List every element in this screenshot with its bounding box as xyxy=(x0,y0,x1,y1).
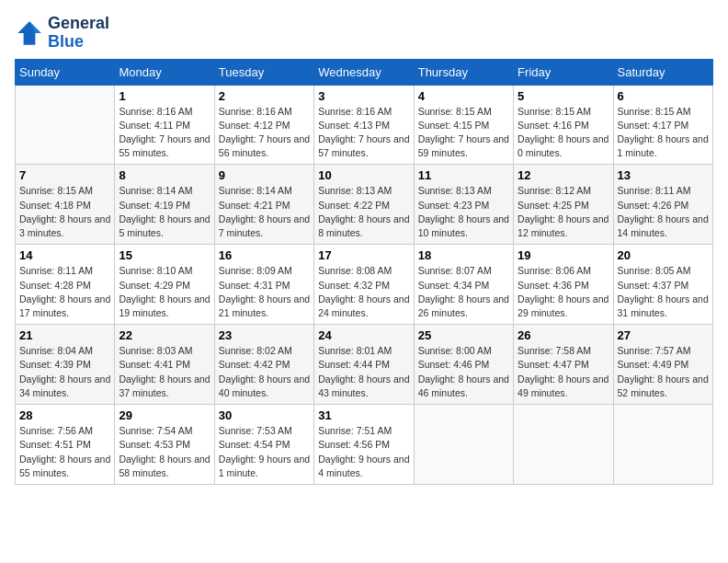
day-info: Sunrise: 8:01 AMSunset: 4:44 PMDaylight:… xyxy=(318,344,409,400)
day-info: Sunrise: 8:15 AMSunset: 4:17 PMDaylight:… xyxy=(618,105,709,161)
calendar-cell: 5 Sunrise: 8:15 AMSunset: 4:16 PMDayligh… xyxy=(514,85,613,165)
day-info: Sunrise: 8:05 AMSunset: 4:37 PMDaylight:… xyxy=(618,264,709,320)
col-header-thursday: Thursday xyxy=(414,59,513,85)
day-info: Sunrise: 8:02 AMSunset: 4:42 PMDaylight:… xyxy=(219,344,310,400)
col-header-sunday: Sunday xyxy=(16,59,115,85)
day-number: 15 xyxy=(119,248,210,262)
calendar-cell: 7 Sunrise: 8:15 AMSunset: 4:18 PMDayligh… xyxy=(16,165,115,245)
calendar-cell: 21 Sunrise: 8:04 AMSunset: 4:39 PMDaylig… xyxy=(16,325,115,405)
calendar-cell: 10 Sunrise: 8:13 AMSunset: 4:22 PMDaylig… xyxy=(314,165,414,245)
calendar-cell: 15 Sunrise: 8:10 AMSunset: 4:29 PMDaylig… xyxy=(115,245,214,325)
calendar-cell: 3 Sunrise: 8:16 AMSunset: 4:13 PMDayligh… xyxy=(314,85,414,165)
calendar-cell: 14 Sunrise: 8:11 AMSunset: 4:28 PMDaylig… xyxy=(16,245,115,325)
calendar-cell xyxy=(613,405,712,485)
day-number: 27 xyxy=(618,328,709,342)
day-number: 28 xyxy=(19,408,110,422)
col-header-wednesday: Wednesday xyxy=(314,59,414,85)
day-number: 25 xyxy=(418,328,509,342)
calendar-cell: 13 Sunrise: 8:11 AMSunset: 4:26 PMDaylig… xyxy=(613,165,712,245)
logo-general: General xyxy=(48,15,109,33)
col-header-friday: Friday xyxy=(514,59,613,85)
day-number: 5 xyxy=(518,89,609,103)
day-number: 4 xyxy=(418,89,509,103)
logo-text: General Blue xyxy=(48,15,109,52)
day-number: 24 xyxy=(318,328,409,342)
day-number: 31 xyxy=(318,408,409,422)
day-number: 16 xyxy=(219,248,310,262)
calendar-cell: 12 Sunrise: 8:12 AMSunset: 4:25 PMDaylig… xyxy=(514,165,613,245)
day-number: 13 xyxy=(618,168,709,182)
day-info: Sunrise: 7:54 AMSunset: 4:53 PMDaylight:… xyxy=(119,424,210,480)
day-number: 3 xyxy=(318,89,409,103)
day-info: Sunrise: 8:16 AMSunset: 4:13 PMDaylight:… xyxy=(318,105,409,161)
day-info: Sunrise: 8:06 AMSunset: 4:36 PMDaylight:… xyxy=(518,264,609,320)
day-number: 22 xyxy=(119,328,210,342)
day-number: 21 xyxy=(19,328,110,342)
calendar-cell: 29 Sunrise: 7:54 AMSunset: 4:53 PMDaylig… xyxy=(115,405,214,485)
day-info: Sunrise: 8:11 AMSunset: 4:26 PMDaylight:… xyxy=(618,184,709,240)
calendar-cell: 26 Sunrise: 7:58 AMSunset: 4:47 PMDaylig… xyxy=(514,325,613,405)
day-info: Sunrise: 8:07 AMSunset: 4:34 PMDaylight:… xyxy=(418,264,509,320)
day-number: 6 xyxy=(618,89,709,103)
day-info: Sunrise: 8:10 AMSunset: 4:29 PMDaylight:… xyxy=(119,264,210,320)
day-info: Sunrise: 7:51 AMSunset: 4:56 PMDaylight:… xyxy=(318,424,409,480)
col-header-tuesday: Tuesday xyxy=(214,59,313,85)
day-info: Sunrise: 8:15 AMSunset: 4:16 PMDaylight:… xyxy=(518,105,609,161)
day-info: Sunrise: 8:14 AMSunset: 4:19 PMDaylight:… xyxy=(119,184,210,240)
calendar-cell xyxy=(16,85,115,165)
day-info: Sunrise: 8:13 AMSunset: 4:23 PMDaylight:… xyxy=(418,184,509,240)
day-number: 17 xyxy=(318,248,409,262)
day-info: Sunrise: 7:58 AMSunset: 4:47 PMDaylight:… xyxy=(518,344,609,400)
calendar-cell: 28 Sunrise: 7:56 AMSunset: 4:51 PMDaylig… xyxy=(16,405,115,485)
calendar-cell xyxy=(514,405,613,485)
day-number: 10 xyxy=(318,168,409,182)
day-info: Sunrise: 8:13 AMSunset: 4:22 PMDaylight:… xyxy=(318,184,409,240)
calendar-cell: 4 Sunrise: 8:15 AMSunset: 4:15 PMDayligh… xyxy=(414,85,513,165)
day-number: 1 xyxy=(119,89,210,103)
day-info: Sunrise: 8:15 AMSunset: 4:15 PMDaylight:… xyxy=(418,105,509,161)
calendar-cell: 18 Sunrise: 8:07 AMSunset: 4:34 PMDaylig… xyxy=(414,245,513,325)
calendar-cell: 22 Sunrise: 8:03 AMSunset: 4:41 PMDaylig… xyxy=(115,325,214,405)
day-number: 29 xyxy=(119,408,210,422)
day-number: 7 xyxy=(19,168,110,182)
col-header-monday: Monday xyxy=(115,59,214,85)
calendar-cell: 20 Sunrise: 8:05 AMSunset: 4:37 PMDaylig… xyxy=(613,245,712,325)
calendar-cell: 31 Sunrise: 7:51 AMSunset: 4:56 PMDaylig… xyxy=(314,405,414,485)
day-info: Sunrise: 8:03 AMSunset: 4:41 PMDaylight:… xyxy=(119,344,210,400)
logo-icon xyxy=(15,18,44,48)
day-info: Sunrise: 8:08 AMSunset: 4:32 PMDaylight:… xyxy=(318,264,409,320)
day-info: Sunrise: 8:04 AMSunset: 4:39 PMDaylight:… xyxy=(19,344,110,400)
day-info: Sunrise: 7:53 AMSunset: 4:54 PMDaylight:… xyxy=(219,424,310,480)
day-info: Sunrise: 8:09 AMSunset: 4:31 PMDaylight:… xyxy=(219,264,310,320)
day-number: 8 xyxy=(119,168,210,182)
calendar-cell: 23 Sunrise: 8:02 AMSunset: 4:42 PMDaylig… xyxy=(214,325,313,405)
calendar-cell: 17 Sunrise: 8:08 AMSunset: 4:32 PMDaylig… xyxy=(314,245,414,325)
col-header-saturday: Saturday xyxy=(613,59,712,85)
logo-blue: Blue xyxy=(48,33,109,52)
calendar-cell: 9 Sunrise: 8:14 AMSunset: 4:21 PMDayligh… xyxy=(214,165,313,245)
calendar-cell: 8 Sunrise: 8:14 AMSunset: 4:19 PMDayligh… xyxy=(115,165,214,245)
day-info: Sunrise: 7:57 AMSunset: 4:49 PMDaylight:… xyxy=(618,344,709,400)
day-info: Sunrise: 8:11 AMSunset: 4:28 PMDaylight:… xyxy=(19,264,110,320)
calendar-cell: 19 Sunrise: 8:06 AMSunset: 4:36 PMDaylig… xyxy=(514,245,613,325)
day-number: 9 xyxy=(219,168,310,182)
calendar-cell: 2 Sunrise: 8:16 AMSunset: 4:12 PMDayligh… xyxy=(214,85,313,165)
page-header: General Blue xyxy=(15,15,713,52)
day-number: 30 xyxy=(219,408,310,422)
day-number: 11 xyxy=(418,168,509,182)
calendar-cell: 6 Sunrise: 8:15 AMSunset: 4:17 PMDayligh… xyxy=(613,85,712,165)
calendar-cell: 24 Sunrise: 8:01 AMSunset: 4:44 PMDaylig… xyxy=(314,325,414,405)
day-number: 26 xyxy=(518,328,609,342)
day-info: Sunrise: 7:56 AMSunset: 4:51 PMDaylight:… xyxy=(19,424,110,480)
calendar-cell: 1 Sunrise: 8:16 AMSunset: 4:11 PMDayligh… xyxy=(115,85,214,165)
calendar-cell: 16 Sunrise: 8:09 AMSunset: 4:31 PMDaylig… xyxy=(214,245,313,325)
calendar-table: SundayMondayTuesdayWednesdayThursdayFrid… xyxy=(15,59,713,485)
day-info: Sunrise: 8:15 AMSunset: 4:18 PMDaylight:… xyxy=(19,184,110,240)
calendar-cell: 30 Sunrise: 7:53 AMSunset: 4:54 PMDaylig… xyxy=(214,405,313,485)
day-number: 23 xyxy=(219,328,310,342)
day-info: Sunrise: 8:16 AMSunset: 4:12 PMDaylight:… xyxy=(219,105,310,161)
calendar-cell: 27 Sunrise: 7:57 AMSunset: 4:49 PMDaylig… xyxy=(613,325,712,405)
calendar-cell: 11 Sunrise: 8:13 AMSunset: 4:23 PMDaylig… xyxy=(414,165,513,245)
day-number: 20 xyxy=(618,248,709,262)
day-number: 12 xyxy=(518,168,609,182)
